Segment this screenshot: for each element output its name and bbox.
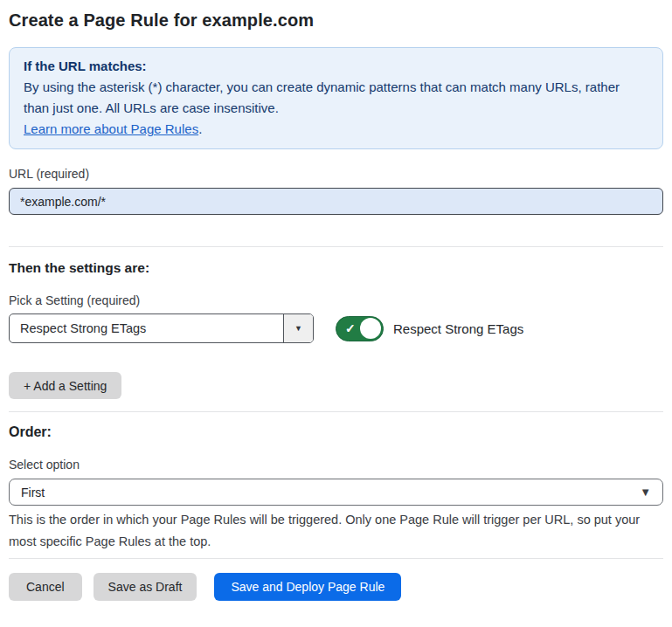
- url-match-info-box: If the URL matches: By using the asteris…: [9, 47, 663, 149]
- divider: [9, 246, 663, 247]
- chevron-down-icon: ▼: [294, 324, 302, 333]
- form-actions: Cancel Save as Draft Save and Deploy Pag…: [9, 573, 663, 601]
- cancel-button[interactable]: Cancel: [9, 573, 82, 601]
- divider: [9, 411, 663, 412]
- toggle-knob: [360, 318, 381, 339]
- settings-section-heading: Then the settings are:: [9, 259, 663, 276]
- save-and-deploy-button[interactable]: Save and Deploy Page Rule: [214, 573, 401, 601]
- order-help-text: This is the order in which your Page Rul…: [9, 509, 663, 553]
- pick-setting-label: Pick a Setting (required): [9, 293, 663, 308]
- add-setting-button[interactable]: + Add a Setting: [9, 372, 121, 399]
- page-title: Create a Page Rule for example.com: [9, 10, 663, 31]
- check-icon: ✓: [345, 322, 356, 334]
- order-section-heading: Order:: [9, 424, 663, 440]
- order-select-value: First: [21, 486, 45, 500]
- learn-more-link[interactable]: Learn more about Page Rules: [24, 121, 198, 136]
- setting-select-value: Respect Strong ETags: [10, 314, 283, 342]
- chevron-down-icon: ▼: [640, 486, 651, 499]
- info-box-body-text: By using the asterisk (*) character, you…: [24, 79, 620, 115]
- info-box-heading: If the URL matches:: [24, 56, 648, 77]
- setting-row: Respect Strong ETags ▼ ✓ Respect Strong …: [9, 314, 663, 343]
- divider: [9, 558, 663, 559]
- setting-toggle[interactable]: ✓: [336, 316, 384, 341]
- setting-select[interactable]: Respect Strong ETags ▼: [9, 314, 314, 343]
- url-field-label: URL (required): [9, 167, 663, 182]
- url-input[interactable]: [9, 188, 663, 215]
- save-as-draft-button[interactable]: Save as Draft: [94, 573, 197, 601]
- link-suffix-period: .: [198, 121, 202, 136]
- order-select-label: Select option: [9, 458, 663, 472]
- order-select[interactable]: First ▼: [9, 479, 663, 506]
- info-box-body: By using the asterisk (*) character, you…: [24, 77, 648, 140]
- page-rule-form: Create a Page Rule for example.com If th…: [0, 0, 672, 627]
- setting-toggle-label: Respect Strong ETags: [393, 321, 523, 336]
- setting-select-arrow-button[interactable]: ▼: [283, 314, 313, 342]
